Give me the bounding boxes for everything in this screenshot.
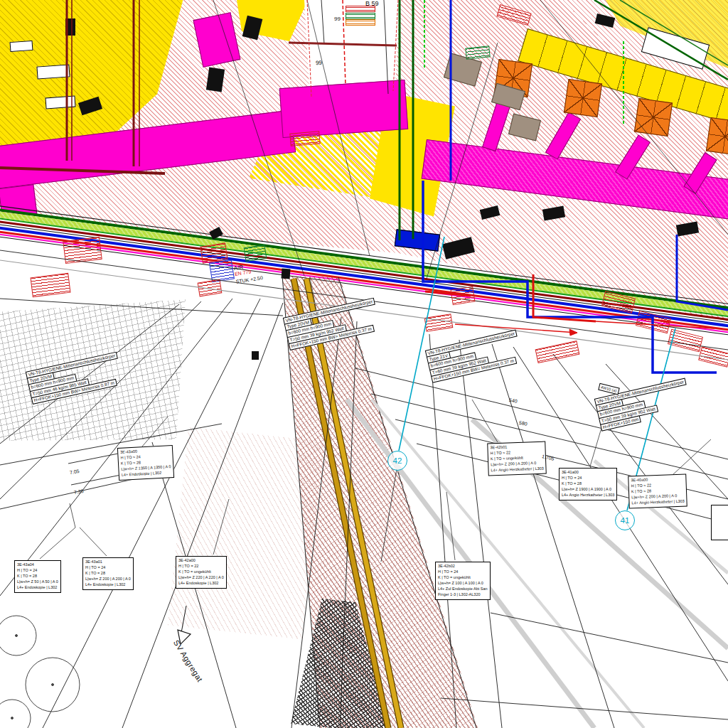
equipment-label-line: L4+ Angio Herzkatheter | L303 bbox=[631, 499, 685, 507]
trees bbox=[0, 616, 80, 728]
equipment-label-line: L4+ Angio Herzkatheter | L303 bbox=[562, 493, 614, 498]
equipment-label-line: 3E-42a00 bbox=[178, 558, 224, 564]
equipment-label-box: 3E-43a01 H | TO = 24 K | TO = 28 L|w+h= … bbox=[82, 557, 134, 590]
equipment-label-line: K | TO = ungekühlt bbox=[438, 575, 488, 581]
equipment-label-line: L4+ Endoskopie | L302 bbox=[85, 582, 131, 588]
equipment-label-box: 3E-42a00 H | TO = 22 K | TO = ungekühlt … bbox=[176, 556, 227, 589]
equipment-label-box-clipped bbox=[711, 505, 728, 540]
equipment-label-line: H | TO = 24 bbox=[17, 568, 58, 574]
balloon-number: 41 bbox=[621, 516, 630, 525]
equipment-label-line: L4+ Zul Endoskopie Abt San bbox=[438, 587, 488, 592]
equipment-label-box: 3E-43a04 H | TO = 24 K | TO = 28 L|w+h= … bbox=[14, 560, 61, 593]
equipment-label-line: L4+ Angio Herzkatheter | L303 bbox=[491, 466, 544, 474]
equipment-label-line: Finger 1-3 | L302-AL320 bbox=[438, 592, 488, 598]
detail-balloon-41: 41 bbox=[615, 510, 635, 530]
heating-lines-darkred bbox=[0, 0, 397, 173]
balloon-number: 42 bbox=[393, 456, 402, 465]
equipment-label-box: 3E-42b02 H | TO = 24 K | TO = ungekühlt … bbox=[435, 562, 491, 600]
detail-balloon-42: 42 bbox=[387, 451, 407, 471]
equipment-label-line: L4+ Endoskopie | L302 bbox=[17, 585, 58, 591]
grid-number-label: 99 bbox=[316, 60, 322, 66]
equipment-label-line: L|w+h= Z 100 | A 100 | A 0 bbox=[438, 581, 488, 587]
equipment-label-box: 3E-40a00 H | TO = 22 K | TO = 28 L|w+h= … bbox=[628, 474, 687, 509]
equipment-label-box: 3E-41a00 H | TO = 24 K | TO = 28 L|w+h= … bbox=[559, 468, 617, 500]
equipment-label-line: 3E-42b02 bbox=[438, 564, 488, 569]
equipment-label-line: H | TO = 24 bbox=[562, 476, 614, 481]
equipment-label-line: L|w+h= Z 200 | A 200 | A 0 bbox=[85, 577, 131, 582]
utility-line-red bbox=[307, 0, 714, 336]
equipment-label-line: K | TO = 28 bbox=[17, 574, 58, 579]
equipment-label-line: 3E-43a01 bbox=[85, 560, 131, 565]
equipment-label-line: L|w+h= Z 1900 | A 1900 | A 0 bbox=[562, 487, 614, 493]
equipment-label-line: L|w+h= Z 220 | A 220 | A 0 bbox=[178, 575, 224, 581]
equipment-label-line: K | TO = ungekühlt bbox=[178, 569, 224, 575]
grid-number-label: 99 bbox=[334, 16, 341, 22]
equipment-label-line: H | TO = 24 bbox=[438, 569, 488, 575]
gold-pipes bbox=[294, 279, 401, 728]
road-ref-label: B 59 bbox=[365, 0, 379, 7]
equipment-label-line: K | TO = 28 bbox=[562, 481, 614, 487]
equipment-label-line: L4+ Endoskopie | L302 bbox=[178, 581, 224, 587]
equipment-label-line: H | TO = 24 bbox=[85, 565, 131, 571]
equipment-label-box: 3E-43a00 H | TO = 24 K | TO = 28 L|w+h= … bbox=[117, 445, 174, 481]
generator-flag bbox=[178, 606, 191, 644]
equipment-label-line: 3E-41a00 bbox=[562, 470, 614, 476]
equipment-label-box: 3E-42b01 H | TO = 22 K | TO = ungekühlt … bbox=[487, 441, 547, 476]
equipment-label-line: 3E-43a04 bbox=[17, 562, 58, 568]
equipment-label-line: K | TO = 28 bbox=[85, 571, 131, 577]
equipment-label-line: H | TO = 22 bbox=[178, 564, 224, 569]
equipment-label-line: L|w+h= Z 50 | A 50 | A 0 bbox=[17, 579, 58, 585]
utility-line-blue bbox=[423, 0, 728, 373]
